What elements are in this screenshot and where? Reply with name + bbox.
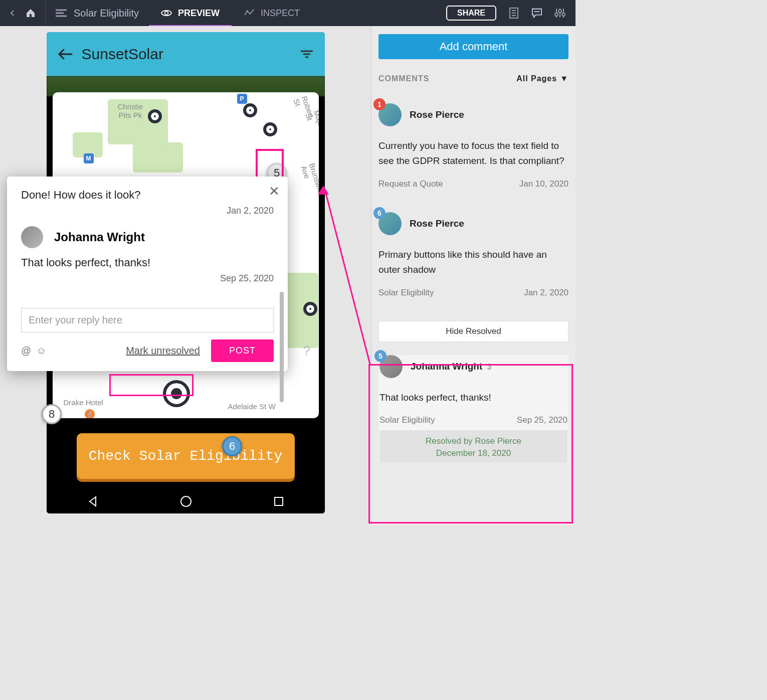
nav-back-icon[interactable] (87, 495, 99, 507)
back-arrow-icon[interactable] (58, 48, 73, 60)
highlight-box-marker-5 (256, 149, 284, 180)
home-icon[interactable] (25, 8, 36, 19)
svg-rect-20 (275, 497, 283, 505)
hide-resolved-button[interactable]: Hide Resolved (378, 321, 568, 342)
map-pin[interactable] (148, 109, 162, 123)
thread-date-2: Sep 25, 2020 (21, 273, 274, 284)
close-icon[interactable]: ✕ (269, 184, 280, 199)
chevron-down-icon: ▼ (560, 74, 568, 83)
reply-input[interactable] (21, 308, 274, 332)
comment-author: Rose Pierce (410, 218, 464, 229)
document-icon[interactable] (508, 8, 519, 19)
svg-point-4 (247, 11, 249, 13)
back-icon[interactable] (7, 8, 18, 19)
menu-icon[interactable] (56, 8, 67, 19)
thread-message-1: Done! How does it look? (21, 189, 274, 202)
comment-icon[interactable] (531, 8, 542, 19)
comment-author: Rose Pierce (410, 109, 464, 120)
reply-count: 3 (487, 363, 492, 371)
comment-marker-6[interactable]: 6 (222, 436, 242, 456)
nav-recent-icon[interactable] (273, 496, 284, 507)
comment-number-badge: 6 (373, 207, 386, 219)
app-title: SunsetSolar (82, 46, 163, 63)
map-pin-large[interactable] (163, 380, 190, 407)
resolved-section: 5 Johanna Wright 3 That looks perfect, t… (378, 355, 568, 462)
map-pin[interactable] (243, 103, 257, 117)
add-comment-button[interactable]: Add comment (378, 34, 568, 59)
map-label-adelaide: Adelaide St W (228, 402, 276, 411)
thread-message-2: That looks perfect, thanks! (21, 256, 274, 269)
svg-point-15 (562, 13, 565, 16)
app-header: SunsetSolar (47, 32, 325, 76)
arrowhead-icon (316, 186, 331, 196)
tab-preview-label: PREVIEW (178, 8, 220, 19)
comments-panel: Add comment COMMENTS All Pages ▼ 1 Rose … (371, 26, 576, 525)
post-button[interactable]: POST (211, 339, 274, 362)
parking-poi-icon: P (237, 94, 247, 104)
settings-icon[interactable] (554, 8, 565, 19)
canvas-area: SunsetSolar Christie Pits Pk Robert St M… (0, 26, 371, 525)
comment-text: Primary buttons like this should have an… (378, 247, 568, 278)
svg-point-3 (165, 12, 168, 15)
comments-header: COMMENTS (378, 74, 429, 83)
comments-filter[interactable]: All Pages ▼ (516, 74, 568, 83)
tab-inspect-label: INSPECT (261, 8, 300, 19)
comment-date: Jan 2, 2020 (524, 288, 568, 298)
comment-author: Johanna Wright 3 (411, 361, 491, 372)
android-nav (47, 489, 325, 513)
comment-location: Request a Quote (378, 179, 519, 189)
map-label-drake: Drake Hotel (64, 398, 103, 407)
comment-date: Sep 25, 2020 (517, 415, 567, 425)
comment-marker-8[interactable]: 8 (42, 404, 62, 424)
comment-item[interactable]: 6 Rose Pierce Primary buttons like this … (378, 212, 568, 298)
eye-icon (161, 8, 172, 19)
svg-point-19 (181, 496, 191, 506)
check-eligibility-button[interactable]: Check Solar Eligibility (77, 433, 295, 479)
comment-item-resolved[interactable]: 5 Johanna Wright 3 That looks perfect, t… (379, 355, 567, 425)
comment-item[interactable]: 1 Rose Pierce Currently you have to focu… (378, 103, 568, 189)
avatar (21, 226, 43, 248)
mention-icon[interactable]: @ (21, 345, 31, 357)
app-toolbar: Solar Eligibility PREVIEW INSPECT SHARE (0, 0, 576, 26)
resolved-footer: Resolved by Rose Pierce December 18, 202… (379, 430, 567, 462)
thread-author: Johanna Wright (54, 230, 145, 244)
map-pin[interactable] (303, 302, 317, 316)
map-label-christie: Christie Pits Pk (118, 102, 143, 119)
comment-thread-popup: ✕ Done! How does it look? Jan 2, 2020 Jo… (7, 177, 288, 371)
resolved-date: December 18, 2020 (379, 447, 567, 459)
map-pin[interactable] (263, 122, 277, 136)
comment-date: Jan 10, 2020 (519, 179, 568, 189)
metro-poi-icon: M (84, 153, 94, 163)
scrollbar-thumb[interactable] (280, 292, 284, 402)
emoji-icon[interactable]: ☺ (36, 345, 46, 357)
comment-location: Solar Eligibility (378, 288, 524, 298)
project-name[interactable]: Solar Eligibility (74, 8, 139, 19)
help-marker: ? (303, 343, 310, 359)
svg-point-14 (558, 10, 561, 13)
resolved-by: Resolved by Rose Pierce (379, 435, 567, 447)
share-button[interactable]: SHARE (446, 6, 496, 21)
mark-unresolved-button[interactable]: Mark unresolved (120, 341, 206, 361)
comment-text: Currently you have to focus the text fie… (378, 138, 568, 169)
comment-number-badge: 5 (374, 350, 387, 362)
restaurant-poi-icon: 🍴 (85, 409, 95, 418)
tab-preview[interactable]: PREVIEW (149, 0, 232, 26)
filter-icon[interactable] (300, 49, 314, 59)
tab-inspect[interactable]: INSPECT (232, 0, 312, 26)
comment-location: Solar Eligibility (379, 415, 517, 425)
comment-text: That looks perfect, thanks! (379, 390, 567, 405)
inspect-icon (244, 8, 255, 19)
svg-point-13 (555, 13, 558, 16)
nav-home-icon[interactable] (179, 495, 193, 508)
comment-number-badge: 1 (373, 98, 386, 110)
thread-date-1: Jan 2, 2020 (21, 206, 274, 216)
